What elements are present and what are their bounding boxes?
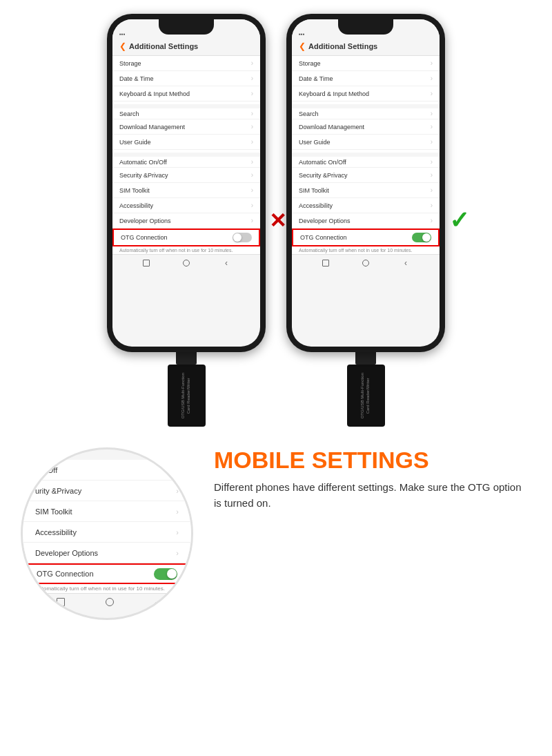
phone-right-notch	[338, 19, 393, 35]
header-title-right: Additional Settings	[308, 42, 377, 50]
mag-nav-circle	[106, 598, 114, 606]
toggle-off-left[interactable]	[233, 233, 252, 242]
item-keyboard-right: Keyboard & Input Method›	[292, 86, 440, 101]
item-otg-right[interactable]: OTG Connection	[292, 229, 440, 246]
item-datetime-left: Date & Time›	[112, 71, 260, 86]
dongle-text-right: OTG/USB Multi-FunctionCard Reader/Writer	[360, 373, 371, 418]
dongle-connector-left	[176, 351, 197, 365]
back-arrow-left: ❮	[119, 41, 126, 51]
item-simtoolkit-left: SIM Toolkit›	[112, 183, 260, 198]
header-title-left: Additional Settings	[129, 42, 198, 50]
mag-otg-subtext: Automatically turn off when not in use f…	[23, 584, 191, 593]
item-download-right: Download Management›	[292, 119, 440, 135]
dongle-body-left: OTG/USB Multi-FunctionCard Reader/Writer	[168, 365, 206, 427]
item-simtoolkit-right: SIM Toolkit›	[292, 183, 440, 198]
mag-item-accessibility: Accessibility›	[23, 522, 191, 543]
item-userguide-left: User Guide›	[112, 135, 260, 150]
item-autoonoff-right: Automatic On/Off›	[292, 153, 440, 168]
mag-item-devopt: Developer Options›	[23, 543, 191, 563]
phone-left: ▪▪▪ ❮ Additional Settings Storage› Date …	[107, 14, 266, 352]
item-userguide-right: User Guide›	[292, 135, 440, 150]
mag-item-simtoolkit: SIM Toolkit›	[23, 501, 191, 522]
otg-subtext-right: Automatically turn off when not in use f…	[292, 246, 440, 254]
dongle-connector-right	[355, 351, 376, 365]
phone-bottom-left: ‹	[112, 254, 260, 271]
item-search-right: Search›	[292, 104, 440, 119]
item-devopt-right: Developer Options›	[292, 213, 440, 229]
mag-nav-back: ‹	[154, 598, 157, 609]
item-security-left: Security &Privacy›	[112, 168, 260, 183]
circle-top-gap	[23, 454, 191, 460]
mag-nav-square	[57, 598, 65, 606]
phone-right: ▪▪▪ ❮ Additional Settings Storage› Date …	[286, 14, 445, 352]
nav-square-left	[142, 259, 150, 267]
mobile-settings-title: MOBILE SETTINGS	[214, 447, 531, 473]
item-keyboard-left: Keyboard & Input Method›	[112, 86, 260, 101]
toggle-on-magnified[interactable]	[154, 568, 177, 580]
magnified-circle: On/Off urity &Privacy› SIM Toolkit› Acce…	[21, 447, 193, 620]
bottom-section: On/Off urity &Privacy› SIM Toolkit› Acce…	[0, 434, 552, 630]
nav-square-right	[322, 259, 330, 267]
dongle-text-left: OTG/USB Multi-FunctionCard Reader/Writer	[181, 373, 192, 418]
item-search-left: Search›	[112, 104, 260, 119]
item-autoonoff-left: Automatic On/Off›	[112, 153, 260, 168]
item-storage-right: Storage›	[292, 56, 440, 71]
usb-dongle-right: OTG/USB Multi-FunctionCard Reader/Writer	[345, 351, 386, 427]
phone-left-notch	[159, 19, 214, 35]
phone-right-wrapper: ▪▪▪ ❮ Additional Settings Storage› Date …	[286, 14, 445, 427]
dongle-body-right: OTG/USB Multi-FunctionCard Reader/Writer	[347, 365, 385, 427]
usb-dongle-left: OTG/USB Multi-FunctionCard Reader/Writer	[166, 351, 207, 427]
item-storage-left: Storage›	[112, 56, 260, 71]
mark-check: ✓	[449, 206, 469, 234]
item-security-right: Security &Privacy›	[292, 168, 440, 183]
mag-item-security: urity &Privacy›	[23, 481, 191, 501]
mobile-settings-desc: Different phones have different settings…	[214, 480, 531, 511]
phone-left-screen: ▪▪▪ ❮ Additional Settings Storage› Date …	[112, 19, 260, 347]
settings-header-right: ❮ Additional Settings	[292, 39, 440, 56]
phone-right-screen: ▪▪▪ ❮ Additional Settings Storage› Date …	[292, 19, 440, 347]
settings-list-right: Storage› Date & Time› Keyboard & Input M…	[292, 56, 440, 254]
settings-header-left: ❮ Additional Settings	[112, 39, 260, 56]
mark-x: ✕	[269, 209, 286, 233]
item-download-left: Download Management›	[112, 119, 260, 135]
toggle-on-right[interactable]	[412, 233, 431, 242]
item-accessibility-right: Accessibility›	[292, 198, 440, 213]
mag-navber: ‹	[23, 593, 191, 613]
nav-circle-left	[182, 259, 190, 267]
top-section: ▪▪▪ ❮ Additional Settings Storage› Date …	[0, 0, 552, 434]
otg-subtext-left: Automatically turn off when not in use f…	[112, 246, 260, 254]
item-otg-left[interactable]: OTG Connection	[112, 229, 260, 246]
item-accessibility-left: Accessibility›	[112, 198, 260, 213]
nav-back-right: ‹	[402, 259, 410, 267]
item-devopt-left: Developer Options›	[112, 213, 260, 229]
mag-item-onoff: On/Off	[23, 460, 191, 481]
phone-left-wrapper: ▪▪▪ ❮ Additional Settings Storage› Date …	[107, 14, 266, 427]
item-datetime-right: Date & Time›	[292, 71, 440, 86]
mobile-settings-block: MOBILE SETTINGS Different phones have di…	[214, 447, 531, 511]
settings-list-left: Storage› Date & Time› Keyboard & Input M…	[112, 56, 260, 254]
back-arrow-right: ❮	[299, 41, 306, 51]
nav-back-left: ‹	[222, 259, 230, 267]
mag-item-otg[interactable]: OTG Connection	[23, 563, 191, 584]
nav-circle-right	[362, 259, 370, 267]
phone-bottom-right: ‹	[292, 254, 440, 271]
